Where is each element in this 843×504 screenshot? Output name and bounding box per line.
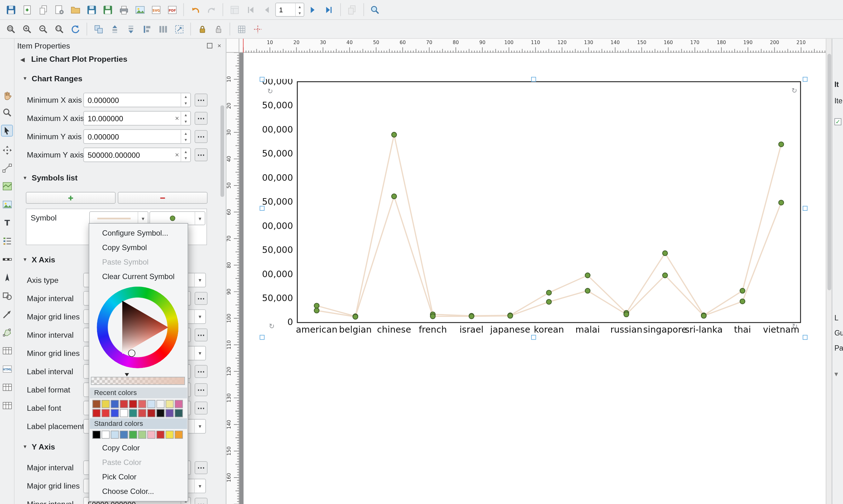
line-chart-item[interactable]: 050,000100,000150,000200,000250,000300,0… (262, 79, 805, 337)
edit-nodes-tool[interactable] (1, 162, 13, 174)
pan-tool[interactable] (1, 90, 13, 102)
data-defined-override-button[interactable]: ⋯ (195, 292, 208, 305)
spin-arrows[interactable]: ▲▼ (181, 93, 191, 107)
color-swatch[interactable] (102, 431, 110, 439)
color-swatch[interactable] (138, 431, 146, 439)
add-arrow-tool[interactable] (1, 308, 13, 320)
add-legend-tool[interactable] (1, 235, 13, 247)
selection-handle[interactable] (531, 335, 536, 339)
add-shape-tool[interactable] (1, 290, 13, 302)
minimum-y-axis-spinbox-value[interactable] (84, 132, 180, 141)
zoom-out-button[interactable] (36, 21, 51, 37)
clear-value-icon[interactable]: × (173, 151, 180, 159)
spin-arrows[interactable]: ▲▼ (181, 130, 191, 143)
spin-arrows[interactable]: ▲▼ (181, 111, 191, 125)
opacity-slider[interactable] (91, 377, 185, 385)
selection-handle[interactable] (802, 335, 807, 339)
data-defined-override-button[interactable]: ⋯ (195, 365, 208, 378)
zoom-region-button[interactable] (367, 2, 383, 17)
right-panel-tab[interactable]: Ite (835, 97, 843, 105)
spin-up-icon[interactable]: ▲ (181, 111, 190, 118)
data-defined-override-button[interactable]: ⋯ (195, 461, 208, 474)
save-project-button[interactable] (3, 2, 18, 17)
export-svg-button[interactable]: SVG (148, 2, 163, 17)
print-button[interactable] (116, 2, 131, 17)
color-swatch[interactable] (166, 400, 174, 408)
data-defined-override-button[interactable]: ⋯ (195, 402, 208, 415)
minimum-x-axis-spinbox[interactable]: ▲▼ (84, 93, 191, 107)
spin-up-icon[interactable]: ▲ (181, 130, 190, 137)
color-swatch[interactable] (111, 400, 119, 408)
color-swatch[interactable] (166, 409, 174, 417)
menu-item-copy-symbol[interactable]: Copy Symbol (89, 240, 187, 255)
undock-panel-icon[interactable] (207, 42, 213, 49)
snap-grid-button[interactable] (234, 21, 249, 37)
duplicate-layout-button[interactable] (36, 2, 51, 17)
spin-down-icon[interactable]: ▼ (181, 137, 190, 143)
layout-manager-button[interactable] (52, 2, 67, 17)
data-defined-override-button[interactable]: ⋯ (195, 383, 208, 396)
add-label-tool[interactable]: T (1, 217, 13, 229)
color-swatch[interactable] (147, 431, 156, 439)
color-swatch[interactable] (129, 400, 137, 408)
selection-handle[interactable] (531, 76, 536, 81)
add-picture-tool[interactable] (1, 198, 13, 211)
maximum-y-axis-spinbox[interactable]: ×▲▼ (84, 147, 191, 162)
rotate-handle-icon[interactable]: ↻ (792, 322, 798, 330)
canvas-vertical-scrollbar[interactable] (826, 39, 832, 504)
rotate-handle-icon[interactable]: ↻ (791, 87, 797, 95)
data-defined-override-button[interactable]: ⋯ (195, 148, 208, 161)
add-fixed-table-tool[interactable] (1, 399, 13, 411)
maximum-x-axis-spinbox[interactable]: ×▲▼ (84, 111, 191, 125)
color-swatch[interactable] (175, 431, 183, 439)
add-attribute-table-tool[interactable] (1, 381, 13, 393)
atlas-last-button[interactable] (321, 2, 337, 17)
group-items-button[interactable] (91, 21, 106, 37)
back-icon[interactable]: ◀ (18, 55, 27, 63)
spin-arrows[interactable]: ▲▼ (181, 148, 191, 162)
maximum-x-axis-spinbox-value[interactable] (84, 113, 173, 123)
selection-handle[interactable] (259, 206, 264, 211)
selection-handle[interactable] (802, 206, 807, 211)
menu-item-copy-color[interactable]: Copy Color (89, 441, 187, 455)
color-swatch[interactable] (120, 400, 128, 408)
atlas-page-number-field[interactable] (276, 6, 295, 14)
zoom-full-button[interactable] (3, 21, 18, 37)
color-swatch[interactable] (157, 409, 165, 417)
refresh-view-button[interactable] (68, 21, 83, 37)
raise-items-button[interactable] (107, 21, 122, 37)
panel-scrollbar[interactable] (220, 105, 224, 197)
align-items-button[interactable] (139, 21, 154, 37)
menu-item-pick-color[interactable]: Pick Color (89, 470, 187, 484)
color-swatch[interactable] (111, 431, 119, 439)
selection-handle[interactable] (259, 335, 264, 339)
spin-down-icon[interactable]: ▼ (181, 118, 190, 125)
color-swatch[interactable] (175, 400, 183, 408)
scrollbar-thumb[interactable] (827, 54, 831, 290)
data-defined-override-button[interactable]: ⋯ (195, 328, 208, 341)
spin-up-icon[interactable]: ▲ (181, 93, 190, 100)
close-panel-icon[interactable]: × (216, 42, 222, 49)
add-symbol-button[interactable] (26, 192, 115, 204)
data-defined-override-button[interactable]: ⋯ (195, 498, 208, 504)
open-layout-button[interactable] (68, 2, 83, 17)
remove-symbol-button[interactable] (118, 192, 208, 204)
zoom-in-button[interactable] (19, 21, 34, 37)
spin-down-icon[interactable]: ▼ (181, 155, 190, 162)
spin-arrows[interactable]: ▲▼ (295, 3, 304, 16)
add-scalebar-tool[interactable] (1, 253, 13, 265)
save-as-template-button[interactable] (100, 2, 115, 17)
save-layout-button[interactable] (84, 2, 99, 17)
add-north-arrow-tool[interactable] (1, 272, 13, 284)
atlas-page-number-input[interactable]: ▲▼ (275, 3, 304, 17)
lock-items-button[interactable] (195, 21, 210, 37)
color-swatch[interactable] (157, 431, 165, 439)
data-defined-override-button[interactable]: ⋯ (195, 93, 208, 106)
export-pdf-button[interactable]: PDF (164, 2, 180, 17)
export-image-button[interactable] (132, 2, 147, 17)
data-defined-override-button[interactable]: ⋯ (195, 112, 208, 125)
data-defined-override-button[interactable]: ⋯ (195, 130, 208, 143)
color-swatch[interactable] (147, 400, 156, 408)
resize-items-button[interactable] (172, 21, 186, 37)
add-html-tool[interactable]: HTML (1, 363, 13, 375)
